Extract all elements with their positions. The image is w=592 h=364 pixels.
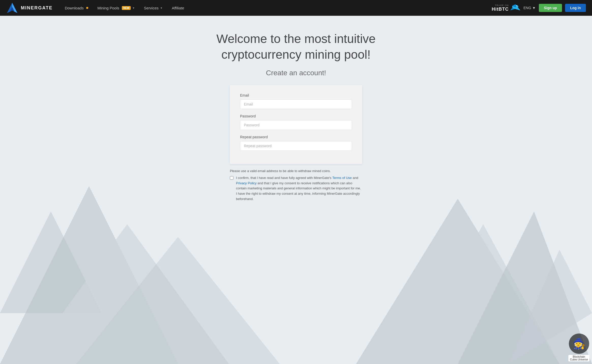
- email-label: Email: [240, 93, 352, 97]
- blockchain-badge-label: Blockchain Cuties Universe: [568, 355, 589, 361]
- brand-logo-link[interactable]: MinerGate: [6, 2, 53, 14]
- hitbtc-badge[interactable]: TRADE ON HitBTC: [492, 3, 520, 12]
- nav-links: Downloads Mining Pools NEW ▼ Services ▼ …: [61, 4, 492, 12]
- login-button[interactable]: Log in: [565, 4, 586, 12]
- nav-item-mining-pools[interactable]: Mining Pools NEW ▼: [93, 4, 139, 12]
- language-chevron: ▼: [532, 6, 536, 10]
- hero-title: Welcome to the most intuitive cryptocurr…: [201, 31, 391, 63]
- consent-section: Please use a valid email address to be a…: [230, 169, 362, 202]
- consent-checkbox-row: I confirm, that I have read and have ful…: [230, 175, 362, 202]
- consent-checkbox[interactable]: [230, 176, 233, 180]
- svg-marker-2: [12, 3, 17, 13]
- consent-text: I confirm, that I have read and have ful…: [236, 175, 362, 202]
- navbar: MinerGate Downloads Mining Pools NEW ▼ S…: [0, 0, 592, 16]
- signup-form-card: Email Password Repeat password: [230, 85, 362, 164]
- nav-downloads-dot: [86, 7, 88, 9]
- hitbtc-bird-icon: [510, 3, 520, 12]
- password-label: Password: [240, 114, 352, 118]
- nav-services-label: Services: [144, 6, 159, 10]
- blockchain-cuties-badge[interactable]: 🧙 Blockchain Cuties Universe: [568, 333, 589, 361]
- hitbtc-trade-on-text: TRADE ON: [495, 4, 509, 7]
- repeat-password-group: Repeat password: [240, 135, 352, 151]
- hitbtc-name-text: HitBTC: [492, 7, 509, 12]
- page-content: Welcome to the most intuitive cryptocurr…: [0, 16, 592, 364]
- nav-item-services[interactable]: Services ▼: [140, 4, 167, 12]
- nav-item-affiliate[interactable]: Affiliate: [168, 4, 188, 12]
- hitbtc-logo: TRADE ON HitBTC: [492, 4, 509, 12]
- signup-button[interactable]: Sign up: [539, 4, 562, 12]
- nav-mining-pools-badge: NEW: [122, 6, 131, 10]
- nav-services-chevron: ▼: [160, 7, 163, 9]
- email-group: Email: [240, 93, 352, 109]
- password-input[interactable]: [240, 120, 352, 130]
- brand-name-text: MinerGate: [21, 5, 53, 11]
- svg-point-6: [516, 5, 517, 6]
- language-selector[interactable]: ENG ▼: [523, 6, 536, 10]
- blockchain-label-line2: Cuties Universe: [570, 358, 588, 361]
- password-group: Password: [240, 114, 352, 130]
- consent-and: and: [353, 176, 358, 180]
- language-label: ENG: [523, 6, 531, 10]
- content-center: Welcome to the most intuitive cryptocurr…: [0, 16, 592, 217]
- blockchain-character: 🧙: [573, 338, 585, 350]
- nav-mining-pools-chevron: ▼: [132, 7, 135, 9]
- nav-downloads-label: Downloads: [65, 6, 84, 10]
- repeat-password-input[interactable]: [240, 141, 352, 151]
- nav-item-downloads[interactable]: Downloads: [61, 4, 92, 12]
- nav-mining-pools-label: Mining Pools: [97, 6, 119, 10]
- consent-notice-text: Please use a valid email address to be a…: [230, 169, 362, 173]
- navbar-right: TRADE ON HitBTC ENG ▼ Sign up Log in: [492, 3, 586, 12]
- consent-text-before: I confirm, that I have read and have ful…: [236, 176, 332, 180]
- hero-subtitle: Create an account!: [266, 69, 326, 77]
- blockchain-label-line1: Blockchain: [573, 355, 585, 358]
- blockchain-cuties-icon: 🧙: [569, 333, 589, 354]
- privacy-policy-link[interactable]: Privacy Policy: [236, 181, 257, 185]
- nav-affiliate-label: Affiliate: [172, 6, 184, 10]
- terms-of-use-link[interactable]: Terms of Use: [332, 176, 352, 180]
- brand-logo-icon: [6, 2, 18, 14]
- svg-marker-1: [7, 3, 12, 13]
- repeat-password-label: Repeat password: [240, 135, 352, 139]
- email-input[interactable]: [240, 99, 352, 109]
